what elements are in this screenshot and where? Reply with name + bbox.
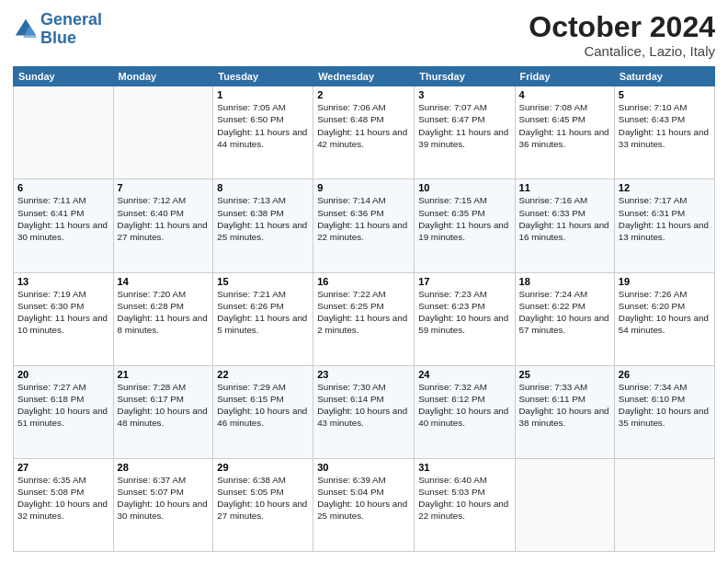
day-number: 8: [217, 182, 309, 193]
table-row: 2 Sunrise: 7:06 AMSunset: 6:48 PMDayligh…: [313, 86, 415, 179]
day-info: Sunrise: 7:20 AMSunset: 6:28 PMDaylight:…: [118, 288, 210, 337]
day-number: 23: [317, 369, 410, 380]
day-info: Sunrise: 7:33 AMSunset: 6:11 PMDaylight:…: [519, 381, 610, 430]
table-row: [113, 86, 213, 179]
table-row: 28 Sunrise: 6:37 AMSunset: 5:07 PMDaylig…: [113, 458, 213, 551]
table-row: 22 Sunrise: 7:29 AMSunset: 6:15 PMDaylig…: [213, 365, 313, 458]
day-info: Sunrise: 7:17 AMSunset: 6:31 PMDaylight:…: [619, 194, 711, 243]
day-info: Sunrise: 7:24 AMSunset: 6:22 PMDaylight:…: [519, 288, 610, 337]
day-number: 31: [418, 462, 510, 473]
day-info: Sunrise: 7:32 AMSunset: 6:12 PMDaylight:…: [418, 381, 510, 430]
table-row: 17 Sunrise: 7:23 AMSunset: 6:23 PMDaylig…: [415, 272, 515, 365]
day-number: 6: [17, 182, 109, 193]
title-block: October 2024 Cantalice, Lazio, Italy: [529, 11, 715, 59]
day-number: 10: [418, 182, 510, 193]
table-row: 14 Sunrise: 7:20 AMSunset: 6:28 PMDaylig…: [113, 272, 213, 365]
day-number: 26: [619, 369, 711, 380]
day-info: Sunrise: 7:13 AMSunset: 6:38 PMDaylight:…: [217, 194, 309, 243]
day-number: 18: [519, 276, 610, 287]
day-number: 27: [17, 462, 109, 473]
day-info: Sunrise: 7:23 AMSunset: 6:23 PMDaylight:…: [418, 288, 510, 337]
table-row: 23 Sunrise: 7:30 AMSunset: 6:14 PMDaylig…: [313, 365, 415, 458]
location: Cantalice, Lazio, Italy: [529, 43, 715, 59]
day-info: Sunrise: 6:38 AMSunset: 5:05 PMDaylight:…: [217, 474, 309, 523]
day-number: 5: [619, 89, 711, 100]
day-number: 11: [519, 182, 610, 193]
day-number: 25: [519, 369, 610, 380]
table-row: 29 Sunrise: 6:38 AMSunset: 5:05 PMDaylig…: [213, 458, 313, 551]
day-info: Sunrise: 7:15 AMSunset: 6:35 PMDaylight:…: [418, 194, 510, 243]
day-info: Sunrise: 7:22 AMSunset: 6:25 PMDaylight:…: [317, 288, 410, 337]
day-number: 4: [519, 89, 610, 100]
logo: General Blue: [13, 11, 102, 48]
day-number: 3: [418, 89, 510, 100]
day-number: 13: [17, 276, 109, 287]
day-number: 29: [217, 462, 309, 473]
day-info: Sunrise: 6:40 AMSunset: 5:03 PMDaylight:…: [418, 474, 510, 523]
day-info: Sunrise: 7:11 AMSunset: 6:41 PMDaylight:…: [17, 194, 109, 243]
calendar-week-row: 27 Sunrise: 6:35 AMSunset: 5:08 PMDaylig…: [14, 458, 715, 551]
table-row: 10 Sunrise: 7:15 AMSunset: 6:35 PMDaylig…: [415, 179, 515, 272]
table-row: [14, 86, 114, 179]
calendar-table: Sunday Monday Tuesday Wednesday Thursday…: [13, 66, 715, 552]
table-row: 1 Sunrise: 7:05 AMSunset: 6:50 PMDayligh…: [213, 86, 313, 179]
day-info: Sunrise: 7:05 AMSunset: 6:50 PMDaylight:…: [217, 101, 309, 150]
day-info: Sunrise: 6:35 AMSunset: 5:08 PMDaylight:…: [17, 474, 109, 523]
day-number: 28: [118, 462, 210, 473]
table-row: [614, 458, 714, 551]
table-row: 31 Sunrise: 6:40 AMSunset: 5:03 PMDaylig…: [415, 458, 515, 551]
logo-icon: [13, 17, 39, 42]
table-row: 15 Sunrise: 7:21 AMSunset: 6:26 PMDaylig…: [213, 272, 313, 365]
day-number: 30: [317, 462, 410, 473]
calendar-week-row: 1 Sunrise: 7:05 AMSunset: 6:50 PMDayligh…: [14, 86, 715, 179]
day-info: Sunrise: 7:26 AMSunset: 6:20 PMDaylight:…: [619, 288, 711, 337]
th-friday: Friday: [515, 67, 614, 86]
logo-text: General Blue: [40, 11, 102, 48]
day-number: 17: [418, 276, 510, 287]
table-row: 3 Sunrise: 7:07 AMSunset: 6:47 PMDayligh…: [415, 86, 515, 179]
table-row: 12 Sunrise: 7:17 AMSunset: 6:31 PMDaylig…: [614, 179, 714, 272]
table-row: 25 Sunrise: 7:33 AMSunset: 6:11 PMDaylig…: [515, 365, 614, 458]
day-number: 21: [118, 369, 210, 380]
table-row: 8 Sunrise: 7:13 AMSunset: 6:38 PMDayligh…: [213, 179, 313, 272]
th-saturday: Saturday: [614, 67, 714, 86]
th-tuesday: Tuesday: [213, 67, 313, 86]
day-number: 9: [317, 182, 410, 193]
table-row: 19 Sunrise: 7:26 AMSunset: 6:20 PMDaylig…: [614, 272, 714, 365]
logo-blue: Blue: [40, 29, 76, 47]
day-info: Sunrise: 7:29 AMSunset: 6:15 PMDaylight:…: [217, 381, 309, 430]
th-thursday: Thursday: [415, 67, 515, 86]
th-sunday: Sunday: [14, 67, 114, 86]
table-row: 27 Sunrise: 6:35 AMSunset: 5:08 PMDaylig…: [14, 458, 114, 551]
table-row: 18 Sunrise: 7:24 AMSunset: 6:22 PMDaylig…: [515, 272, 614, 365]
calendar-week-row: 13 Sunrise: 7:19 AMSunset: 6:30 PMDaylig…: [14, 272, 715, 365]
day-info: Sunrise: 6:39 AMSunset: 5:04 PMDaylight:…: [317, 474, 410, 523]
day-info: Sunrise: 7:19 AMSunset: 6:30 PMDaylight:…: [17, 288, 109, 337]
day-info: Sunrise: 7:21 AMSunset: 6:26 PMDaylight:…: [217, 288, 309, 337]
day-info: Sunrise: 7:28 AMSunset: 6:17 PMDaylight:…: [118, 381, 210, 430]
day-info: Sunrise: 7:16 AMSunset: 6:33 PMDaylight:…: [519, 194, 610, 243]
page: General Blue October 2024 Cantalice, Laz…: [0, 0, 728, 563]
day-info: Sunrise: 7:30 AMSunset: 6:14 PMDaylight:…: [317, 381, 410, 430]
table-row: 6 Sunrise: 7:11 AMSunset: 6:41 PMDayligh…: [14, 179, 114, 272]
day-info: Sunrise: 7:27 AMSunset: 6:18 PMDaylight:…: [17, 381, 109, 430]
day-number: 22: [217, 369, 309, 380]
table-row: 30 Sunrise: 6:39 AMSunset: 5:04 PMDaylig…: [313, 458, 415, 551]
calendar-week-row: 6 Sunrise: 7:11 AMSunset: 6:41 PMDayligh…: [14, 179, 715, 272]
day-number: 16: [317, 276, 410, 287]
table-row: 5 Sunrise: 7:10 AMSunset: 6:43 PMDayligh…: [614, 86, 714, 179]
table-row: 20 Sunrise: 7:27 AMSunset: 6:18 PMDaylig…: [14, 365, 114, 458]
table-row: 26 Sunrise: 7:34 AMSunset: 6:10 PMDaylig…: [614, 365, 714, 458]
day-info: Sunrise: 7:07 AMSunset: 6:47 PMDaylight:…: [418, 101, 510, 150]
calendar-header-row: Sunday Monday Tuesday Wednesday Thursday…: [14, 67, 715, 86]
day-number: 12: [619, 182, 711, 193]
th-monday: Monday: [113, 67, 213, 86]
table-row: 9 Sunrise: 7:14 AMSunset: 6:36 PMDayligh…: [313, 179, 415, 272]
table-row: 7 Sunrise: 7:12 AMSunset: 6:40 PMDayligh…: [113, 179, 213, 272]
logo-general: General: [40, 10, 102, 29]
day-number: 14: [118, 276, 210, 287]
table-row: 16 Sunrise: 7:22 AMSunset: 6:25 PMDaylig…: [313, 272, 415, 365]
day-number: 1: [217, 89, 309, 100]
table-row: 13 Sunrise: 7:19 AMSunset: 6:30 PMDaylig…: [14, 272, 114, 365]
table-row: 21 Sunrise: 7:28 AMSunset: 6:17 PMDaylig…: [113, 365, 213, 458]
